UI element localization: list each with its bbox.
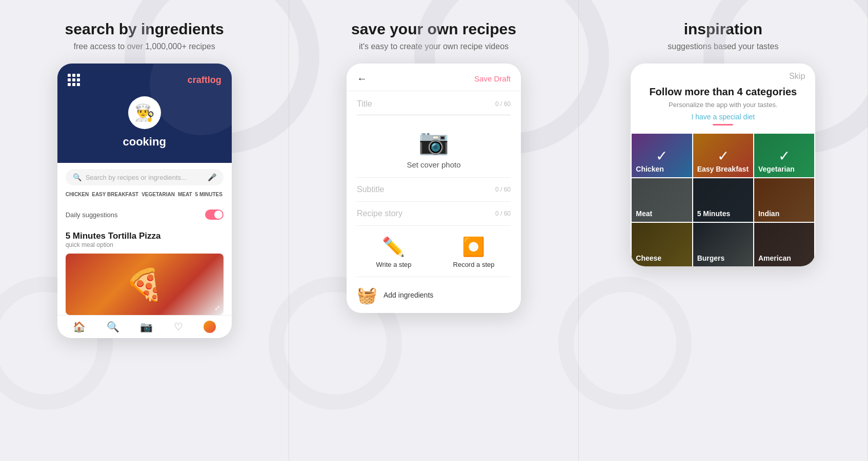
insp-header: Skip [631, 64, 815, 86]
camera-icon: 📷 [418, 128, 449, 156]
panel3-title: inspiration [684, 20, 762, 38]
heart-nav-icon[interactable]: ♡ [174, 321, 183, 333]
panel-inspiration: inspiration suggestions based your taste… [579, 0, 868, 461]
panel1-subtitle: free access to over 1,000,000+ recipes [74, 42, 215, 51]
tags-row: CHICKEN EASY BREAKFAST VEGETARIAN MEAT 5… [66, 191, 224, 198]
category-easy-breakfast[interactable]: Easy Breakfast ✓ [693, 134, 753, 177]
insp-subheading: Personalize the app with your tastes. [641, 101, 805, 109]
editor-body: Title 0 / 60 📷 Set cover photo Subtitle … [347, 91, 521, 313]
inspiration-phone: Skip Follow more than 4 categories Perso… [631, 64, 815, 266]
category-cheese[interactable]: Cheese [632, 223, 692, 266]
skip-button[interactable]: Skip [789, 72, 805, 81]
panel1-title: search by ingredients [65, 20, 224, 38]
category-american-label: American [758, 254, 791, 262]
recipe-title: 5 Minutes Tortilla Pizza [66, 231, 224, 241]
panel-save-recipes: save your own recipes it's easy to creat… [289, 0, 578, 461]
category-easy-breakfast-check: ✓ [717, 147, 729, 164]
recipe-subtitle: quick meal option [66, 241, 224, 248]
home-nav-icon[interactable]: 🏠 [73, 321, 86, 333]
phone-mockup-1: craftlog 👨‍🍳 cooking 🔍 Search by recipes… [57, 64, 232, 338]
daily-suggestions-row: Daily suggestions [57, 204, 232, 225]
story-char-count: 0 / 60 [495, 210, 511, 217]
panel-search: search by ingredients free access to ove… [0, 0, 289, 461]
record-step-label: Record a step [453, 261, 495, 268]
category-chicken-label: Chicken [636, 165, 663, 173]
pizza-image: ⤢ [66, 254, 224, 315]
action-buttons-row: ✏️ Write a step ⏺️ Record a step [357, 226, 511, 277]
cover-photo-area[interactable]: 📷 Set cover photo [357, 115, 511, 178]
category-american[interactable]: American [754, 223, 814, 266]
category-cheese-label: Cheese [636, 254, 661, 262]
subtitle-field: Subtitle 0 / 60 [357, 178, 511, 202]
app-name: cooking [68, 135, 221, 149]
search-bar[interactable]: 🔍 Search by recipes or ingredients... 🎤 [66, 169, 224, 185]
category-vegetarian[interactable]: Vegetarian ✓ [754, 134, 814, 177]
save-draft-button[interactable]: Save Draft [474, 74, 511, 83]
app-header: craftlog 👨‍🍳 cooking [57, 64, 232, 163]
category-meat[interactable]: Meat [632, 178, 692, 222]
editor-header: ← Save Draft [347, 64, 521, 91]
chef-icon: 👨‍🍳 [128, 96, 161, 129]
category-vegetarian-label: Vegetarian [758, 165, 795, 173]
record-icon: ⏺️ [462, 236, 485, 258]
tag-vegetarian[interactable]: VEGETARIAN [142, 191, 175, 198]
write-step-button[interactable]: ✏️ Write a step [357, 236, 431, 268]
back-button[interactable]: ← [357, 73, 367, 85]
tag-5minutes[interactable]: 5 MINUTES [195, 191, 223, 198]
category-easy-breakfast-label: Easy Breakfast [697, 165, 749, 173]
category-chicken[interactable]: Chicken ✓ [632, 134, 692, 177]
daily-suggestions-toggle[interactable] [205, 209, 224, 220]
expand-icon[interactable]: ⤢ [214, 304, 220, 312]
categories-grid: Chicken ✓ Easy Breakfast ✓ Vegetarian ✓ … [631, 134, 815, 266]
subtitle-placeholder[interactable]: Subtitle [357, 185, 384, 194]
add-ingredients-label: Add ingredients [383, 291, 433, 299]
tag-chicken[interactable]: CHICKEN [66, 191, 89, 198]
chef-hat-icon: 👨‍🍳 [134, 103, 155, 122]
write-step-label: Write a step [376, 261, 411, 268]
bottom-nav: 🏠 🔍 📷 ♡ [57, 315, 232, 338]
panel2-title: save your own recipes [351, 20, 516, 38]
search-icon: 🔍 [73, 173, 82, 181]
search-placeholder-text: Search by recipes or ingredients... [86, 174, 208, 181]
insp-title-section: Follow more than 4 categories Personaliz… [631, 86, 815, 134]
underline-bar [713, 124, 733, 125]
category-burgers-label: Burgers [697, 254, 725, 262]
category-meat-label: Meat [636, 209, 652, 218]
category-indian[interactable]: Indian [754, 178, 814, 222]
add-ingredients-row[interactable]: 🧺 Add ingredients [357, 277, 511, 313]
tag-easy-breakfast[interactable]: EASY BREAKFAST [92, 191, 138, 198]
record-step-button[interactable]: ⏺️ Record a step [437, 236, 511, 268]
search-area: 🔍 Search by recipes or ingredients... 🎤 … [57, 163, 232, 204]
basket-icon: 🧺 [357, 285, 377, 305]
title-placeholder[interactable]: Title [357, 99, 372, 109]
category-indian-label: Indian [758, 209, 779, 218]
craftlog-logo: craftlog [188, 75, 221, 86]
story-placeholder[interactable]: Recipe story [357, 209, 402, 218]
category-5min-label: 5 Minutes [697, 209, 731, 218]
insp-heading: Follow more than 4 categories [641, 86, 805, 98]
subtitle-char-count: 0 / 60 [495, 186, 511, 193]
grid-menu-icon[interactable] [68, 74, 79, 86]
mic-icon[interactable]: 🎤 [208, 173, 216, 181]
recipe-card[interactable]: 5 Minutes Tortilla Pizza quick meal opti… [57, 225, 232, 315]
panel3-subtitle: suggestions based your tastes [668, 42, 778, 51]
title-field: Title 0 / 60 [357, 91, 511, 115]
pencil-icon: ✏️ [382, 236, 405, 258]
search-nav-icon[interactable]: 🔍 [107, 321, 119, 333]
daily-suggestions-label: Daily suggestions [66, 211, 118, 219]
category-vegetarian-check: ✓ [778, 147, 790, 164]
story-field: Recipe story 0 / 60 [357, 202, 511, 226]
category-5min[interactable]: 5 Minutes [693, 178, 753, 222]
special-diet-link[interactable]: I have a special diet [641, 113, 805, 121]
tag-meat[interactable]: MEAT [178, 191, 192, 198]
panel2-subtitle: it's easy to create your own recipe vide… [359, 42, 509, 51]
avatar[interactable] [204, 321, 216, 333]
camera-nav-icon[interactable]: 📷 [140, 321, 153, 333]
recipe-editor-phone: ← Save Draft Title 0 / 60 📷 Set cover ph… [347, 64, 521, 313]
category-burgers[interactable]: Burgers [693, 223, 753, 266]
category-chicken-check: ✓ [656, 147, 668, 164]
title-char-count: 0 / 60 [495, 100, 511, 108]
cover-photo-label: Set cover photo [407, 160, 460, 169]
